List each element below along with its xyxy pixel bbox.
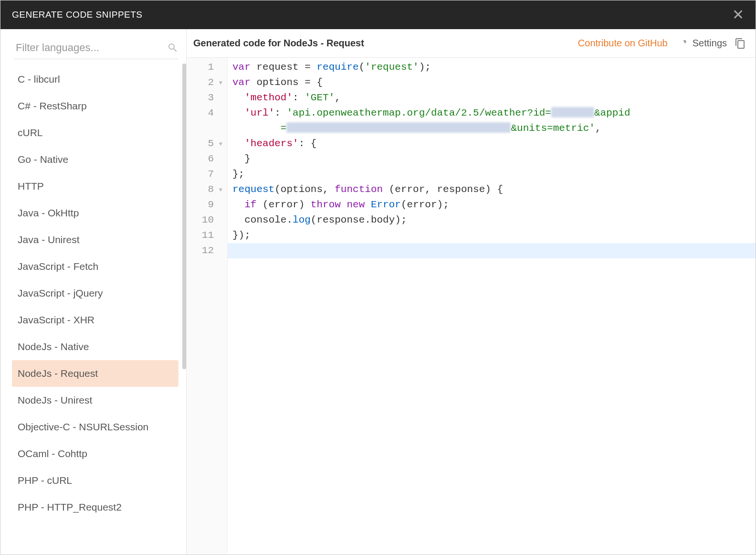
scrollbar-thumb[interactable]	[182, 64, 186, 369]
language-item[interactable]: NodeJs - Request	[12, 360, 178, 387]
line-number: 1	[187, 60, 222, 75]
main-header: Generated code for NodeJs - Request Cont…	[187, 29, 756, 58]
fold-icon[interactable]: ▼	[216, 137, 222, 152]
language-item[interactable]: PHP - cURL	[12, 467, 178, 494]
code-content[interactable]: var request = require('request');var opt…	[228, 58, 756, 555]
language-item[interactable]: JavaScript - Fetch	[12, 253, 178, 280]
code-editor[interactable]: 1 2▼3 4 5▼6 7 8▼9 10 11 12 var request =…	[187, 58, 756, 555]
code-line: var request = require('request');	[232, 60, 756, 75]
code-line: if (error) throw new Error(error);	[232, 197, 756, 213]
line-number: 3	[187, 90, 222, 106]
main-panel: Generated code for NodeJs - Request Cont…	[187, 29, 756, 555]
titlebar: GENERATE CODE SNIPPETS ✕	[0, 0, 756, 29]
code-line: var options = {	[232, 75, 756, 90]
language-item[interactable]: HTTP	[12, 173, 178, 200]
sidebar: C - libcurlC# - RestSharpcURLGo - Native…	[0, 29, 187, 555]
language-item[interactable]: PHP - HTTP_Request2	[12, 494, 178, 521]
line-number-gutter: 1 2▼3 4 5▼6 7 8▼9 10 11 12	[187, 58, 228, 555]
code-line: console.log(response.body);	[232, 213, 756, 228]
language-item[interactable]: NodeJs - Unirest	[12, 387, 178, 414]
line-number: 6	[187, 151, 222, 167]
language-item[interactable]: cURL	[12, 119, 178, 146]
code-line: };	[232, 167, 756, 182]
filter-input[interactable]	[14, 39, 167, 57]
language-list[interactable]: C - libcurlC# - RestSharpcURLGo - Native…	[12, 66, 180, 555]
contribute-link[interactable]: Contribute on GitHub	[578, 38, 668, 49]
code-line: });	[232, 228, 756, 243]
line-number: 8▼	[187, 182, 222, 197]
fold-icon[interactable]: ▼	[216, 182, 222, 198]
language-item[interactable]: Objective-C - NSURLSession	[12, 414, 178, 440]
code-line: 'headers': {	[232, 136, 756, 151]
line-number: 4	[187, 106, 222, 136]
code-line: request(options, function (error, respon…	[232, 182, 756, 197]
search-icon	[167, 42, 178, 53]
language-item[interactable]: Java - Unirest	[12, 226, 178, 253]
language-item[interactable]: JavaScript - jQuery	[12, 280, 178, 307]
language-item[interactable]: JavaScript - XHR	[12, 307, 178, 333]
language-item[interactable]: OCaml - Cohttp	[12, 440, 178, 467]
gear-icon	[675, 37, 688, 50]
code-line: 'method': 'GET',	[232, 90, 756, 106]
line-number: 5▼	[187, 136, 222, 151]
settings-button[interactable]: Settings	[675, 37, 727, 50]
redacted-text	[551, 107, 594, 117]
copy-icon[interactable]	[735, 38, 746, 49]
language-filter	[14, 39, 178, 59]
language-item[interactable]: C - libcurl	[12, 66, 178, 93]
code-snippet-dialog: GENERATE CODE SNIPPETS ✕ C - libcurlC# -…	[0, 0, 756, 555]
language-item[interactable]: Java - OkHttp	[12, 200, 178, 226]
line-number: 7	[187, 167, 222, 182]
fold-icon[interactable]: ▼	[216, 75, 222, 91]
language-item[interactable]: Go - Native	[12, 146, 178, 173]
code-line: }	[232, 151, 756, 167]
line-number: 2▼	[187, 75, 222, 90]
dialog-title: GENERATE CODE SNIPPETS	[12, 10, 143, 20]
language-item[interactable]: NodeJs - Native	[12, 333, 178, 360]
generated-code-title: Generated code for NodeJs - Request	[193, 38, 364, 49]
redacted-text	[286, 122, 511, 133]
line-number: 9	[187, 197, 222, 213]
close-icon[interactable]: ✕	[732, 8, 744, 22]
code-line: 'url': 'api.openweathermap.org/data/2.5/…	[232, 106, 756, 136]
line-number: 10	[187, 213, 222, 228]
settings-label: Settings	[693, 38, 727, 49]
language-item[interactable]: C# - RestSharp	[12, 93, 178, 119]
line-number: 12	[187, 243, 222, 258]
line-number: 11	[187, 228, 222, 243]
